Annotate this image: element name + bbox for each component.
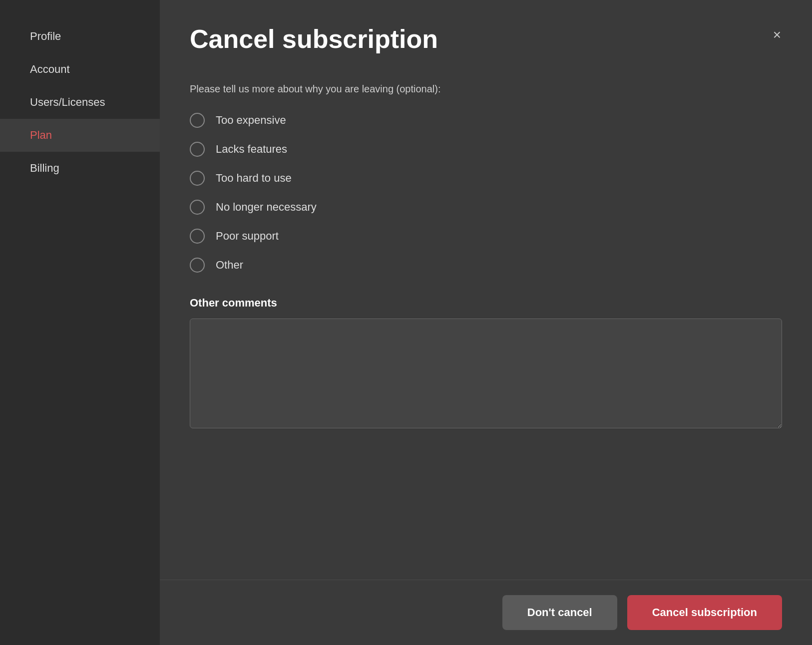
reason-too-hard[interactable]: Too hard to use: [190, 171, 782, 186]
dont-cancel-button[interactable]: Don't cancel: [502, 595, 617, 630]
reason-radio-group: Too expensive Lacks features Too hard to…: [190, 113, 782, 273]
reason-label-lacks-features: Lacks features: [216, 143, 287, 156]
modal-subtitle: Please tell us more about why you are le…: [190, 83, 782, 95]
reason-label-too-hard: Too hard to use: [216, 172, 292, 185]
sidebar-item-profile[interactable]: Profile: [0, 20, 160, 53]
radio-lacks-features[interactable]: [190, 142, 205, 157]
modal-body: Please tell us more about why you are le…: [160, 68, 812, 580]
sidebar-item-billing[interactable]: Billing: [0, 152, 160, 185]
reason-label-no-longer: No longer necessary: [216, 201, 317, 214]
comments-label: Other comments: [190, 297, 782, 310]
cancel-subscription-button[interactable]: Cancel subscription: [627, 595, 782, 630]
radio-other[interactable]: [190, 258, 205, 273]
reason-poor-support[interactable]: Poor support: [190, 229, 782, 244]
sidebar-item-users-licenses[interactable]: Users/Licenses: [0, 86, 160, 119]
reason-label-poor-support: Poor support: [216, 230, 279, 243]
reason-label-too-expensive: Too expensive: [216, 114, 286, 127]
sidebar-item-plan[interactable]: Plan: [0, 119, 160, 152]
radio-poor-support[interactable]: [190, 229, 205, 244]
reason-other[interactable]: Other: [190, 258, 782, 273]
radio-too-expensive[interactable]: [190, 113, 205, 128]
radio-too-hard[interactable]: [190, 171, 205, 186]
radio-no-longer[interactable]: [190, 200, 205, 215]
comments-textarea[interactable]: [190, 319, 782, 428]
reason-lacks-features[interactable]: Lacks features: [190, 142, 782, 157]
cancel-subscription-modal: Cancel subscription × Please tell us mor…: [160, 0, 812, 645]
comments-section: Other comments: [190, 297, 782, 430]
sidebar: Profile Account Users/Licenses Plan Bill…: [0, 0, 160, 645]
modal-footer: Don't cancel Cancel subscription: [160, 580, 812, 645]
reason-label-other: Other: [216, 259, 243, 272]
close-button[interactable]: ×: [767, 25, 787, 45]
sidebar-item-account[interactable]: Account: [0, 53, 160, 86]
reason-too-expensive[interactable]: Too expensive: [190, 113, 782, 128]
modal-title: Cancel subscription: [190, 25, 782, 53]
modal-header: Cancel subscription ×: [160, 0, 812, 68]
reason-no-longer[interactable]: No longer necessary: [190, 200, 782, 215]
